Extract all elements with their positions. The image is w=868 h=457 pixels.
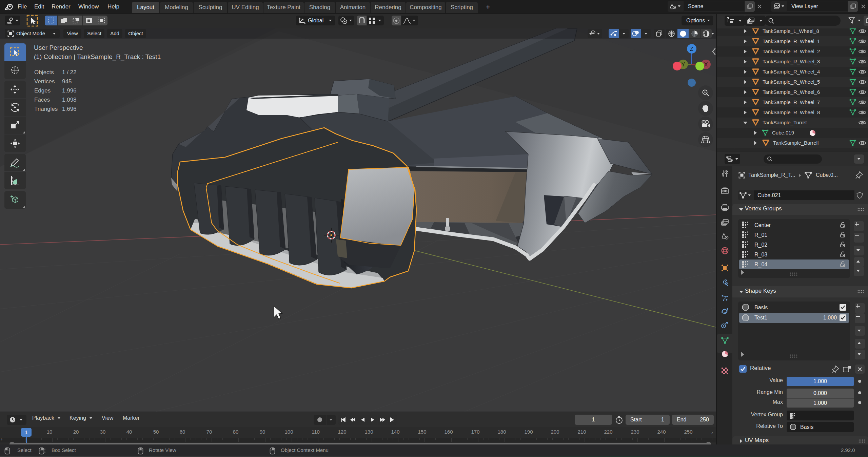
svg-text:X: X (704, 62, 708, 67)
svg-text:Z: Z (690, 46, 693, 52)
svg-text:Y: Y (682, 62, 685, 67)
